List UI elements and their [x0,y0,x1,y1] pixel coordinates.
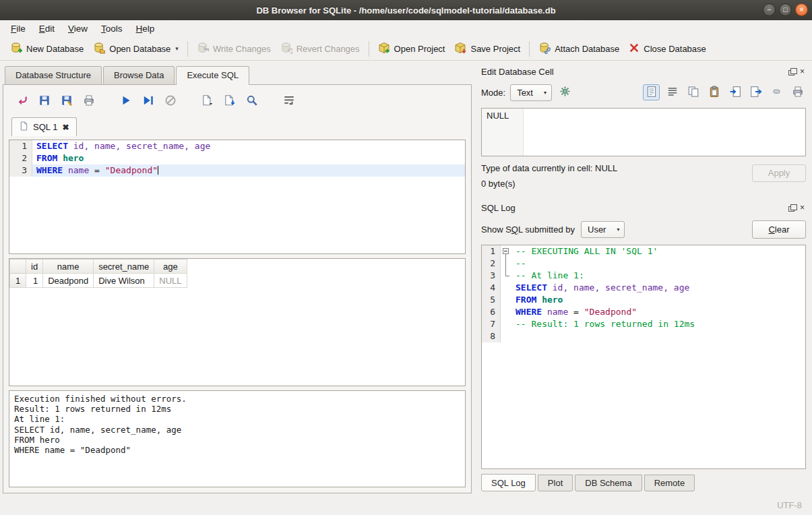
open-query-tab-button[interactable] [199,93,216,109]
revert-changes-button: Revert Changes [276,39,365,59]
table-cell[interactable]: Dive Wilson [94,274,154,288]
table-cell[interactable]: 1 [26,274,43,288]
attach-database-button[interactable]: Attach Database [534,39,624,59]
open-project-button[interactable]: Open Project [373,39,450,59]
dock-tab-sql-log[interactable]: SQL Log [481,474,536,491]
code-text [511,330,805,342]
column-header-name[interactable]: name [43,260,94,274]
close-database-button[interactable]: Close Database [624,40,711,58]
menu-item-help[interactable]: Help [129,22,162,36]
mode-select-value: Text [517,88,533,98]
tab-execute-sql[interactable]: Execute SQL [176,66,249,85]
execution-message-area: Execution finished without errors. Resul… [9,390,466,487]
column-header-secret_name[interactable]: secret_name [94,260,154,274]
cell-editor[interactable]: NULL [481,108,806,156]
fold-margin [501,306,511,318]
db-attach-icon [538,42,551,56]
toolbar-button-label: Revert Changes [296,44,360,54]
print-sql-button[interactable] [81,93,97,109]
code-line: 1SELECT id, name, secret_name, age [9,140,465,152]
toolbar-separator [369,41,369,57]
row-header[interactable]: 1 [10,274,26,288]
menu-item-tools[interactable]: Tools [94,22,129,36]
word-wrap-cell-button[interactable] [664,84,681,100]
toolbar-button-label: Close Database [644,44,706,54]
line-number: 8 [482,330,501,342]
minimize-icon[interactable]: − [763,3,776,16]
code-text: WHERE name = "Deadpond" [32,164,465,177]
line-number: 2 [482,258,501,270]
table-cell[interactable]: Deadpond [43,274,94,288]
fold-marker [501,258,511,270]
execute-current-line-icon [142,94,154,109]
tab-browse-data[interactable]: Browse Data [103,66,175,84]
menu-item-edit[interactable]: Edit [32,22,61,36]
content-area: Database StructureBrowse DataExecute SQL… [0,61,812,495]
word-wrap-button[interactable] [281,93,297,109]
title-bar[interactable]: DB Browser for SQLite - /home/user/code/… [0,0,812,20]
auto-format-button[interactable] [557,84,573,100]
open-database-button[interactable]: Open Database▾ [88,39,183,59]
clear-log-button[interactable]: Clear [752,220,806,239]
export-data-button[interactable] [747,84,764,100]
text-mode-button[interactable] [643,84,660,100]
code-text: -- Result: 1 rows returned in 12ms [511,318,805,330]
save-results-button[interactable] [222,93,238,109]
close-panel-icon[interactable]: × [800,204,805,211]
fold-margin [501,294,511,306]
print-cell-button[interactable] [789,84,806,100]
code-text: FROM hero [511,294,805,306]
line-number: 1 [9,140,32,152]
mode-select[interactable]: Text ▾ [510,84,552,101]
main-toolbar: New DatabaseOpen Database▾Write ChangesR… [0,37,812,61]
table-cell[interactable]: NULL [154,274,187,288]
toolbar-button-label: Open Database [109,44,170,54]
import-data-icon [729,86,741,100]
code-line: 5FROM hero [482,294,805,306]
dock-tab-db-schema[interactable]: DB Schema [575,475,642,491]
log-filter-select[interactable]: User ▾ [581,221,625,238]
stop-button [162,93,179,109]
save-sql-file-as-icon [61,94,73,109]
document-icon [20,121,28,133]
float-panel-icon[interactable] [788,70,794,75]
find-replace-button[interactable] [244,93,260,109]
menu-item-file[interactable]: File [4,22,32,36]
import-data-button[interactable] [726,84,743,100]
dock-tab-plot[interactable]: Plot [538,475,573,491]
column-header-id[interactable]: id [26,260,43,274]
sql-log-view[interactable]: 1-- EXECUTING ALL IN 'SQL 1'2--3-- At li… [481,245,806,469]
code-line: 6WHERE name = "Deadpond" [482,306,805,318]
open-query-tab-icon [201,94,214,109]
save-sql-file-as-button[interactable] [59,93,75,109]
fold-marker[interactable] [501,245,511,258]
sql-query-tab[interactable]: SQL 1 ✖ [11,117,77,136]
copy-data-button[interactable] [685,84,701,100]
float-panel-icon[interactable] [788,206,794,212]
tab-database-structure[interactable]: Database Structure [5,66,102,84]
results-table: idnamesecret_nameage11DeadpondDive Wilso… [9,259,187,288]
chevron-down-icon: ▾ [617,226,619,233]
text-cursor [158,166,158,175]
save-sql-file-button[interactable] [36,93,53,109]
results-grid[interactable]: idnamesecret_nameage11DeadpondDive Wilso… [9,258,466,386]
open-sql-file-button[interactable] [14,93,30,109]
close-panel-icon[interactable]: × [800,68,805,75]
dock-tab-remote[interactable]: Remote [644,475,695,491]
close-icon[interactable]: × [795,3,808,16]
maximize-icon[interactable]: □ [779,3,792,16]
close-tab-icon[interactable]: ✖ [62,123,69,132]
execute-all-button[interactable] [118,93,134,109]
menu-item-view[interactable]: View [61,22,94,36]
paste-data-button[interactable] [706,84,722,100]
save-project-button[interactable]: Save Project [449,39,525,59]
app-window: DB Browser for SQLite - /home/user/code/… [0,0,812,515]
column-header-age[interactable]: age [154,260,187,274]
execute-current-line-button[interactable] [140,93,156,109]
sql-editor[interactable]: 1SELECT id, name, secret_name, age2FROM … [9,140,466,254]
new-database-button[interactable]: New Database [5,39,88,59]
dock-tab-bar: SQL LogPlotDB SchemaRemote [481,472,806,495]
edit-cell-title: Edit Database Cell [481,67,788,77]
edit-cell-mode-row: Mode: Text ▾ [481,83,806,102]
set-null-button[interactable] [768,84,785,100]
